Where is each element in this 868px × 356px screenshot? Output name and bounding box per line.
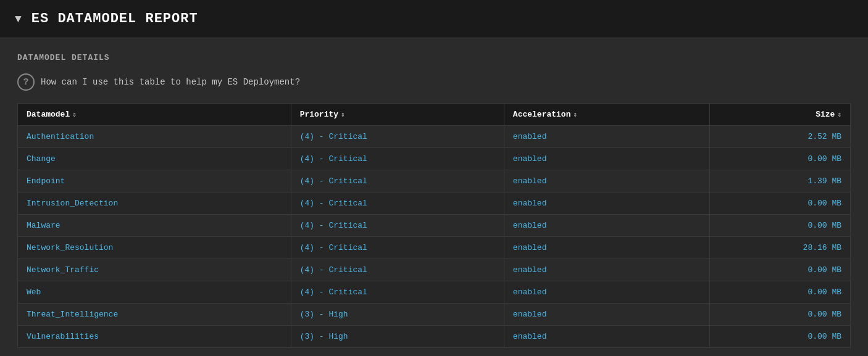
table-row: Authentication(4) - Criticalenabled2.52 … — [18, 126, 851, 148]
cell-acceleration: enabled — [504, 170, 709, 192]
chevron-icon[interactable]: ▼ — [15, 13, 22, 25]
table-row: Network_Resolution(4) - Criticalenabled2… — [18, 237, 851, 259]
sort-icon-priority: ⇕ — [341, 110, 345, 118]
cell-size: 2.52 MB — [709, 126, 850, 148]
cell-datamodel[interactable]: Network_Resolution — [18, 237, 291, 259]
cell-acceleration: enabled — [504, 304, 709, 326]
cell-size: 0.00 MB — [709, 259, 850, 281]
help-text: How can I use this table to help my ES D… — [41, 77, 300, 87]
cell-size: 28.16 MB — [709, 237, 850, 259]
table-row: Threat_Intelligence(3) - Highenabled0.00… — [18, 304, 851, 326]
section-title: DATAMODEL DETAILS — [17, 53, 851, 62]
cell-datamodel[interactable]: Web — [18, 281, 291, 304]
cell-priority: (3) - High — [291, 326, 504, 348]
table-header: Datamodel⇕ Priority⇕ Acceleration⇕ Size⇕ — [18, 104, 851, 126]
page-title: ES DATAMODEL REPORT — [31, 11, 198, 27]
col-acceleration[interactable]: Acceleration⇕ — [504, 104, 709, 126]
cell-datamodel[interactable]: Intrusion_Detection — [18, 192, 291, 215]
cell-priority: (4) - Critical — [291, 215, 504, 237]
cell-priority: (4) - Critical — [291, 192, 504, 215]
sort-icon-datamodel: ⇕ — [72, 110, 77, 118]
cell-priority: (4) - Critical — [291, 237, 504, 259]
cell-datamodel[interactable]: Authentication — [18, 126, 291, 148]
table-header-row: Datamodel⇕ Priority⇕ Acceleration⇕ Size⇕ — [18, 104, 851, 126]
cell-priority: (4) - Critical — [291, 259, 504, 281]
col-datamodel[interactable]: Datamodel⇕ — [18, 104, 291, 126]
sort-icon-acceleration: ⇕ — [573, 110, 577, 118]
cell-acceleration: enabled — [504, 326, 709, 348]
cell-size: 0.00 MB — [709, 148, 850, 170]
cell-size: 0.00 MB — [709, 304, 850, 326]
cell-priority: (3) - High — [291, 304, 504, 326]
cell-datamodel[interactable]: Network_Traffic — [18, 259, 291, 281]
cell-size: 1.39 MB — [709, 170, 850, 192]
cell-acceleration: enabled — [504, 215, 709, 237]
main-content: DATAMODEL DETAILS ? How can I use this t… — [0, 38, 868, 356]
cell-priority: (4) - Critical — [291, 170, 504, 192]
cell-datamodel[interactable]: Change — [18, 148, 291, 170]
cell-priority: (4) - Critical — [291, 148, 504, 170]
help-icon[interactable]: ? — [17, 73, 35, 91]
cell-acceleration: enabled — [504, 126, 709, 148]
col-size[interactable]: Size⇕ — [709, 104, 850, 126]
table-row: Network_Traffic(4) - Criticalenabled0.00… — [18, 259, 851, 281]
cell-size: 0.00 MB — [709, 215, 850, 237]
cell-datamodel[interactable]: Threat_Intelligence — [18, 304, 291, 326]
cell-acceleration: enabled — [504, 281, 709, 304]
page-header: ▼ ES DATAMODEL REPORT — [0, 0, 868, 38]
col-priority[interactable]: Priority⇕ — [291, 104, 504, 126]
table-row: Malware(4) - Criticalenabled0.00 MB — [18, 215, 851, 237]
table-row: Change(4) - Criticalenabled0.00 MB — [18, 148, 851, 170]
cell-datamodel[interactable]: Endpoint — [18, 170, 291, 192]
datamodel-table: Datamodel⇕ Priority⇕ Acceleration⇕ Size⇕… — [17, 103, 851, 348]
table-row: Intrusion_Detection(4) - Criticalenabled… — [18, 192, 851, 215]
cell-priority: (4) - Critical — [291, 126, 504, 148]
cell-acceleration: enabled — [504, 237, 709, 259]
table-row: Web(4) - Criticalenabled0.00 MB — [18, 281, 851, 304]
table-body: Authentication(4) - Criticalenabled2.52 … — [18, 126, 851, 348]
cell-acceleration: enabled — [504, 148, 709, 170]
cell-size: 0.00 MB — [709, 326, 850, 348]
cell-size: 0.00 MB — [709, 281, 850, 304]
cell-priority: (4) - Critical — [291, 281, 504, 304]
cell-datamodel[interactable]: Vulnerabilities — [18, 326, 291, 348]
cell-size: 0.00 MB — [709, 192, 850, 215]
help-row: ? How can I use this table to help my ES… — [17, 73, 851, 91]
sort-icon-size: ⇕ — [837, 110, 841, 118]
table-row: Endpoint(4) - Criticalenabled1.39 MB — [18, 170, 851, 192]
cell-datamodel[interactable]: Malware — [18, 215, 291, 237]
table-row: Vulnerabilities(3) - Highenabled0.00 MB — [18, 326, 851, 348]
cell-acceleration: enabled — [504, 259, 709, 281]
cell-acceleration: enabled — [504, 192, 709, 215]
